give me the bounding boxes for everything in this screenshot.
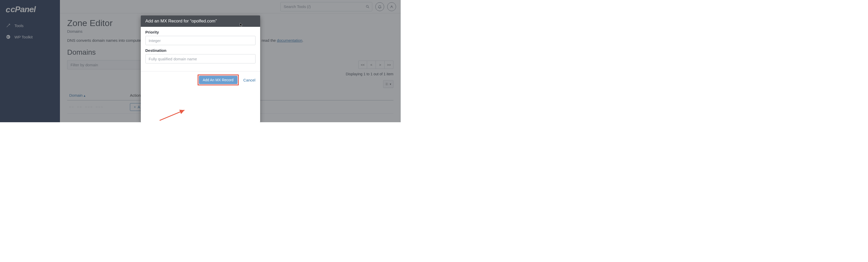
modal-body: Priority Destination xyxy=(141,27,260,71)
cancel-link[interactable]: Cancel xyxy=(243,78,255,82)
modal-footer: Add An MX Record Cancel xyxy=(141,71,260,88)
add-mx-submit-button[interactable]: Add An MX Record xyxy=(199,76,238,84)
add-mx-modal: Add an MX Record for “opolfed.com” Prior… xyxy=(141,15,260,122)
priority-input[interactable] xyxy=(146,36,255,45)
modal-title: Add an MX Record for “opolfed.com” xyxy=(141,15,260,27)
modal-overlay: Add an MX Record for “opolfed.com” Prior… xyxy=(0,0,401,122)
destination-input[interactable] xyxy=(146,54,255,64)
priority-label: Priority xyxy=(146,30,255,34)
destination-label: Destination xyxy=(146,48,255,52)
highlight-annotation: Add An MX Record xyxy=(197,75,239,85)
